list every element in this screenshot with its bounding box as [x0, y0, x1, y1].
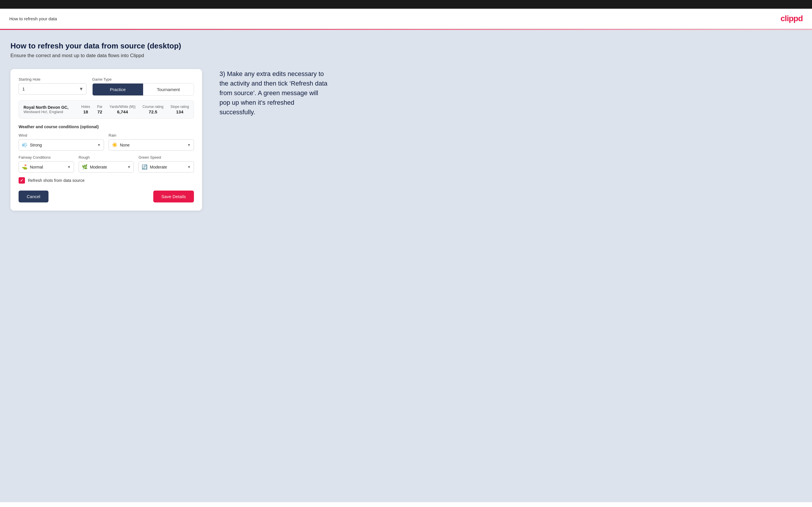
slope-rating-label: Slope rating: [170, 105, 189, 109]
refresh-checkbox-row: ✓ Refresh shots from data source: [18, 177, 194, 184]
rough-select[interactable]: 🌿 Moderate ▼: [79, 161, 134, 173]
par-value: 72: [97, 109, 102, 114]
fairway-label: Fairway Conditions: [18, 155, 74, 160]
form-card: Starting Hole 1 ▼ Game Type Practice Tou…: [10, 69, 202, 211]
fairway-icon: ⛳: [22, 164, 28, 170]
course-row: Royal North Devon GC, Westward Ho!, Engl…: [18, 100, 194, 119]
instruction-text: 3) Make any extra edits necessary to the…: [219, 69, 330, 117]
slope-rating-value: 134: [170, 109, 189, 114]
cancel-button[interactable]: Cancel: [18, 190, 48, 203]
wind-select[interactable]: 💨 Strong ▼: [18, 139, 104, 151]
rough-field: Rough 🌿 Moderate ▼: [79, 155, 134, 173]
starting-hole-row: Starting Hole 1 ▼ Game Type Practice Tou…: [18, 77, 194, 96]
yards-stat: Yards/White (M)) 6,744: [109, 105, 136, 114]
header-title: How to refresh your data: [9, 16, 57, 21]
rain-label: Rain: [109, 133, 194, 137]
rough-label: Rough: [79, 155, 134, 160]
green-speed-field: Green Speed 🔄 Moderate ▼: [139, 155, 194, 173]
starting-hole-field: Starting Hole 1 ▼: [18, 77, 87, 96]
checkmark-icon: ✓: [20, 178, 23, 183]
top-bar: [0, 0, 812, 9]
fairway-field: Fairway Conditions ⛳ Normal ▼: [18, 155, 74, 173]
wind-arrow-icon: ▼: [97, 143, 101, 147]
starting-hole-label: Starting Hole: [18, 77, 87, 81]
yards-value: 6,744: [109, 109, 136, 114]
green-speed-value: Moderate: [150, 165, 187, 169]
header: How to refresh your data clippd: [0, 9, 812, 29]
game-type-buttons: Practice Tournament: [92, 83, 194, 96]
green-speed-icon: 🔄: [142, 164, 148, 170]
wind-value: Strong: [30, 143, 97, 147]
yards-label: Yards/White (M)): [109, 105, 136, 109]
holes-label: Holes: [81, 105, 90, 109]
wind-rain-row: Wind 💨 Strong ▼ Rain ☀️ None ▼: [18, 133, 194, 151]
tournament-button[interactable]: Tournament: [143, 83, 194, 96]
course-info: Royal North Devon GC, Westward Ho!, Engl…: [23, 105, 68, 114]
slope-rating-stat: Slope rating 134: [170, 105, 189, 114]
green-speed-select[interactable]: 🔄 Moderate ▼: [139, 161, 194, 173]
course-stats: Holes 18 Par 72 Yards/White (M)) 6,744 C…: [81, 105, 189, 114]
starting-hole-select-wrapper: 1 ▼: [18, 83, 87, 95]
rough-icon: 🌿: [82, 164, 88, 170]
logo: clippd: [781, 14, 803, 23]
rain-arrow-icon: ▼: [187, 143, 191, 147]
holes-stat: Holes 18: [81, 105, 90, 114]
fairway-select[interactable]: ⛳ Normal ▼: [18, 161, 74, 173]
wind-field: Wind 💨 Strong ▼: [18, 133, 104, 151]
button-row: Cancel Save Details: [18, 190, 194, 203]
practice-button[interactable]: Practice: [93, 83, 143, 96]
holes-value: 18: [81, 109, 90, 114]
page-subheading: Ensure the correct and most up to date d…: [10, 53, 802, 59]
course-rating-label: Course rating: [143, 105, 163, 109]
instruction-paragraph: 3) Make any extra edits necessary to the…: [219, 69, 330, 117]
rough-value: Moderate: [90, 165, 128, 169]
course-location: Westward Ho!, England: [23, 110, 68, 114]
fairway-rough-green-row: Fairway Conditions ⛳ Normal ▼ Rough 🌿 Mo…: [18, 155, 194, 173]
starting-hole-select[interactable]: 1: [18, 83, 87, 95]
footer: Copyright Clippd 2022: [0, 502, 812, 507]
conditions-title: Weather and course conditions (optional): [18, 124, 194, 129]
rough-arrow-icon: ▼: [127, 165, 131, 169]
green-speed-label: Green Speed: [139, 155, 194, 160]
green-speed-arrow-icon: ▼: [187, 165, 191, 169]
fairway-arrow-icon: ▼: [67, 165, 71, 169]
rain-value: None: [120, 143, 187, 147]
refresh-label: Refresh shots from data source: [28, 178, 85, 183]
fairway-value: Normal: [30, 165, 67, 169]
par-stat: Par 72: [97, 105, 102, 114]
par-label: Par: [97, 105, 102, 109]
course-name: Royal North Devon GC,: [23, 105, 68, 110]
game-type-field: Game Type Practice Tournament: [92, 77, 194, 96]
rain-field: Rain ☀️ None ▼: [109, 133, 194, 151]
page-heading: How to refresh your data from source (de…: [10, 42, 802, 51]
wind-icon: 💨: [22, 142, 28, 148]
content-row: Starting Hole 1 ▼ Game Type Practice Tou…: [10, 69, 802, 211]
refresh-checkbox[interactable]: ✓: [18, 177, 25, 184]
course-rating-stat: Course rating 72.5: [143, 105, 163, 114]
rain-select[interactable]: ☀️ None ▼: [109, 139, 194, 151]
save-details-button[interactable]: Save Details: [153, 190, 194, 203]
main-content: How to refresh your data from source (de…: [0, 30, 812, 502]
rain-icon: ☀️: [112, 142, 117, 148]
course-rating-value: 72.5: [143, 109, 163, 114]
wind-label: Wind: [18, 133, 104, 137]
game-type-label: Game Type: [92, 77, 194, 81]
